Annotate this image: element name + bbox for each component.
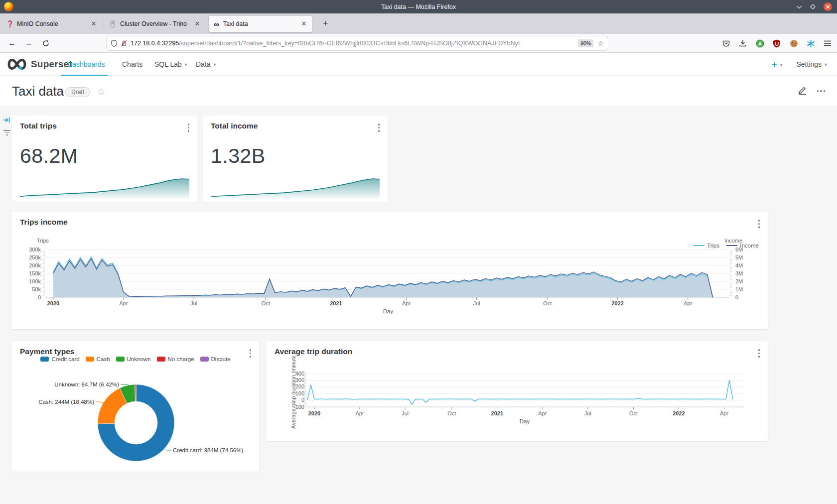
nav-data[interactable]: Data▼ (196, 53, 217, 76)
page-zoom-badge[interactable]: 90% (578, 39, 593, 47)
url-host: 172.18.0.4:32295 (131, 40, 179, 47)
privacy-badger-icon[interactable] (752, 36, 767, 50)
insecure-lock-icon[interactable] (121, 39, 128, 47)
new-tab-button[interactable]: + (319, 17, 332, 30)
favorite-star-icon[interactable]: ☆ (97, 86, 105, 97)
tab-close-icon[interactable]: ✕ (89, 19, 98, 28)
legend-swatch (157, 357, 165, 362)
payment-types-donut-chart[interactable]: Unknown: 84.7M (6.42%)Cash: 244M (18.48%… (12, 370, 259, 472)
superset-infinity-icon (6, 58, 28, 71)
tab-taxi-data[interactable]: ∞ Taxi data ✕ (209, 16, 312, 32)
superset-brand: Superset (31, 59, 72, 70)
nav-charts[interactable]: Charts (122, 53, 142, 76)
svg-text:Average trinp duration (minute: Average trinp duration (minute (290, 356, 296, 429)
svg-text:2021: 2021 (330, 300, 342, 306)
card-trips-income: Trips income Trips Income TripsIncome300… (12, 212, 768, 329)
tab-label: Cluster Overview - Trino (120, 20, 188, 27)
svg-text:Jul: Jul (402, 410, 409, 416)
ublock-origin-icon[interactable] (769, 36, 784, 50)
window-close-button[interactable] (824, 2, 832, 11)
total-income-sparkline (211, 176, 380, 199)
big-number-value: 68.2M (20, 144, 78, 168)
window-shade-icon[interactable] (796, 5, 802, 9)
chevron-down-icon: ▼ (779, 63, 784, 68)
asterisk-extension-icon[interactable] (803, 36, 818, 50)
tab-minio-console[interactable]: MinIO Console ✕ (1, 16, 102, 32)
tab-label: Taxi data (223, 20, 294, 27)
tab-close-icon[interactable]: ✕ (299, 19, 308, 28)
svg-text:2020: 2020 (308, 410, 320, 416)
add-new-button[interactable]: +▼ (772, 59, 783, 70)
trips-income-chart[interactable]: TripsIncome300k6M250k5M200k4M150k3M100k2… (12, 237, 768, 320)
chart-menu-icon[interactable] (756, 218, 762, 230)
svg-text:Oct: Oct (629, 410, 638, 416)
svg-text:Apr: Apr (355, 410, 364, 416)
svg-text:Day: Day (383, 308, 394, 314)
tab-label: MinIO Console (17, 20, 84, 27)
legend-item-dispute[interactable]: Dispute (200, 356, 231, 362)
svg-text:Apr: Apr (402, 300, 411, 306)
svg-text:Day: Day (520, 418, 530, 424)
nav-dashboards[interactable]: Dashboards (67, 53, 105, 76)
expand-filter-bar-icon[interactable] (3, 117, 10, 126)
reload-button[interactable] (39, 36, 53, 50)
svg-text:400: 400 (295, 371, 304, 377)
svg-text:Trips: Trips (37, 238, 49, 244)
chart-menu-icon[interactable] (376, 122, 382, 134)
pocket-icon[interactable] (718, 36, 733, 50)
superset-logo[interactable]: Superset (6, 58, 72, 71)
svg-text:2022: 2022 (611, 300, 623, 306)
edit-pencil-icon[interactable] (798, 86, 807, 97)
more-options-icon[interactable] (817, 90, 826, 92)
url-bar[interactable]: 172.18.0.4:32295/superset/dashboard/1/?n… (107, 36, 608, 50)
chart-menu-icon[interactable] (186, 122, 192, 134)
svg-text:0: 0 (38, 294, 41, 300)
dashboard-title: Taxi data (12, 84, 64, 99)
svg-text:Apr: Apr (720, 410, 728, 416)
svg-text:Jul: Jul (473, 300, 480, 306)
forward-button[interactable]: → (22, 36, 36, 50)
tracking-shield-icon[interactable] (111, 39, 118, 47)
downloads-icon[interactable] (735, 36, 750, 50)
tab-strip: MinIO Console ✕ Cluster Overview - Trino… (0, 13, 837, 34)
settings-menu[interactable]: Settings▼ (796, 60, 828, 68)
tab-trino[interactable]: Cluster Overview - Trino ✕ (104, 16, 206, 32)
url-text: 172.18.0.4:32295/superset/dashboard/1/?n… (131, 40, 574, 47)
avg-trip-duration-chart[interactable]: 4003002001000-1002020AprJulOct2021AprJul… (267, 356, 768, 441)
svg-text:2M: 2M (735, 278, 743, 284)
chart-title: Payment types (20, 347, 74, 356)
trino-bunny-icon (109, 20, 116, 28)
nav-sql-lab[interactable]: SQL Lab▼ (154, 53, 188, 76)
card-payment-types: Payment types Credit cardCashUnknownNo c… (12, 341, 259, 472)
tab-close-icon[interactable]: ✕ (193, 19, 202, 28)
url-path: /superset/dashboard/1/?native_filters_ke… (179, 40, 520, 47)
svg-text:50k: 50k (32, 286, 41, 292)
bookmark-star-icon[interactable]: ☆ (597, 39, 604, 47)
dashboard-body: Total trips 68.2M Total income 1.32B Tri… (0, 106, 837, 504)
legend-swatch (200, 357, 209, 362)
legend-item-credit-card[interactable]: Credit card (40, 356, 79, 362)
card-total-trips: Total trips 68.2M (12, 116, 197, 202)
svg-text:100: 100 (295, 390, 304, 396)
legend-item-no-charge[interactable]: No charge (157, 356, 194, 362)
chart-legend[interactable]: Credit cardCashUnknownNo chargeDispute (12, 356, 259, 362)
svg-text:Oct: Oct (543, 300, 552, 306)
svg-text:300: 300 (295, 377, 304, 383)
filter-icon[interactable] (3, 130, 10, 135)
chart-title: Trips income (20, 218, 68, 227)
svg-text:150k: 150k (29, 270, 41, 276)
window-maximize-icon[interactable] (810, 4, 816, 9)
svg-text:2022: 2022 (673, 410, 685, 416)
back-button[interactable]: ← (5, 36, 19, 50)
menu-hamburger-icon[interactable] (820, 36, 835, 50)
svg-text:Apr: Apr (538, 410, 547, 416)
legend-item-cash[interactable]: Cash (86, 356, 110, 362)
svg-text:200k: 200k (29, 262, 41, 268)
legend-swatch (86, 357, 94, 362)
cookie-extension-icon[interactable] (786, 36, 801, 50)
svg-text:Cash: 244M (18.48%): Cash: 244M (18.48%) (38, 399, 94, 405)
chart-title: Average trip duration (275, 347, 352, 356)
svg-text:250k: 250k (29, 254, 41, 260)
legend-item-unknown[interactable]: Unknown (116, 356, 151, 362)
total-trips-sparkline (20, 176, 189, 199)
